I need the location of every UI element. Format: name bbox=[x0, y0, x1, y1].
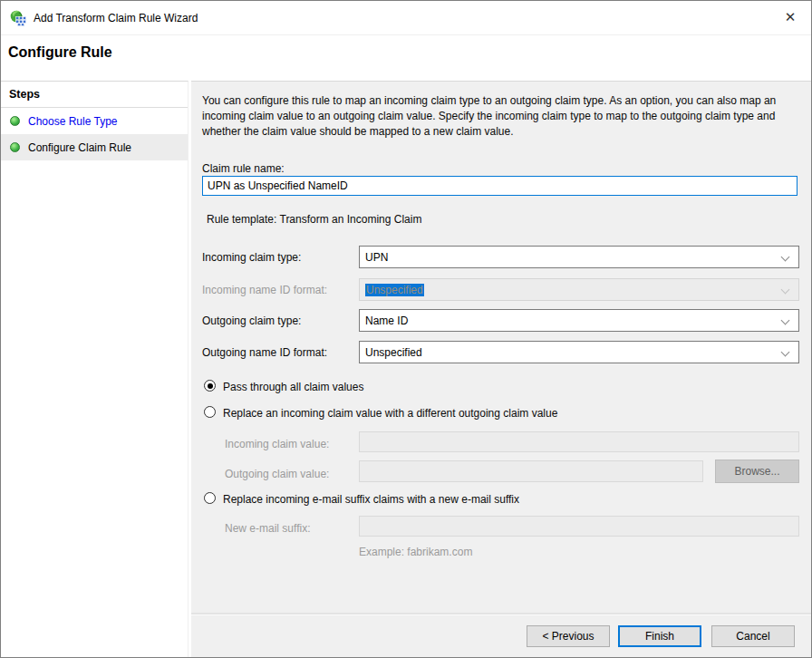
incoming-claim-type-label: Incoming claim type: bbox=[202, 251, 301, 264]
incoming-claim-value-input bbox=[359, 431, 799, 452]
outgoing-claim-value-label: Outgoing claim value: bbox=[225, 468, 329, 480]
chevron-down-icon bbox=[781, 285, 790, 295]
step-label: Configure Claim Rule bbox=[28, 141, 131, 154]
finish-button[interactable]: Finish bbox=[618, 625, 701, 647]
chevron-down-icon bbox=[781, 253, 790, 262]
replace-email-suffix-label: Replace incoming e-mail suffix claims wi… bbox=[223, 493, 519, 506]
new-email-suffix-input bbox=[359, 516, 799, 537]
wizard-window: Add Transform Claim Rule Wizard ✕ Config… bbox=[0, 0, 812, 658]
replace-email-suffix-radio[interactable] bbox=[204, 492, 216, 504]
steps-sidebar: Steps Choose Rule Type Configure Claim R… bbox=[1, 81, 188, 657]
incoming-name-id-format-label: Incoming name ID format: bbox=[202, 284, 327, 296]
main-panel: You can configure this rule to map an in… bbox=[191, 81, 811, 614]
pass-through-label: Pass through all claim values bbox=[223, 381, 363, 393]
new-email-suffix-label: New e-mail suffix: bbox=[225, 522, 310, 535]
step-configure-claim-rule[interactable]: Configure Claim Rule bbox=[1, 134, 188, 160]
close-button[interactable]: ✕ bbox=[769, 1, 811, 34]
step-completed-icon bbox=[10, 142, 20, 152]
rule-description: You can configure this rule to map an in… bbox=[202, 93, 798, 140]
outgoing-claim-value-input bbox=[359, 460, 703, 482]
title-bar: Add Transform Claim Rule Wizard ✕ bbox=[1, 1, 811, 35]
adfs-app-icon bbox=[10, 10, 26, 26]
chevron-down-icon bbox=[781, 316, 790, 325]
incoming-name-id-format-value: Unspecified bbox=[365, 284, 424, 296]
incoming-claim-type-value: UPN bbox=[365, 251, 388, 264]
chevron-down-icon bbox=[781, 348, 790, 357]
window-title: Add Transform Claim Rule Wizard bbox=[34, 12, 198, 24]
page-title: Configure Rule bbox=[8, 44, 112, 61]
replace-claim-value-label: Replace an incoming claim value with a d… bbox=[223, 407, 557, 420]
step-completed-icon bbox=[10, 116, 20, 126]
outgoing-claim-type-label: Outgoing claim type: bbox=[202, 314, 301, 327]
browse-button: Browse... bbox=[715, 460, 799, 483]
previous-button[interactable]: < Previous bbox=[527, 625, 610, 647]
footer-bar: < Previous Finish Cancel bbox=[191, 614, 811, 657]
incoming-claim-value-label: Incoming claim value: bbox=[225, 438, 329, 450]
step-label: Choose Rule Type bbox=[28, 115, 118, 128]
rule-template-text: Rule template: Transform an Incoming Cla… bbox=[207, 213, 421, 226]
incoming-name-id-format-select: Unspecified bbox=[359, 278, 799, 301]
replace-claim-value-radio[interactable] bbox=[204, 406, 216, 418]
pass-through-radio[interactable] bbox=[204, 380, 216, 392]
outgoing-name-id-format-select[interactable]: Unspecified bbox=[359, 341, 799, 363]
close-icon: ✕ bbox=[785, 9, 797, 25]
outgoing-claim-type-select[interactable]: Name ID bbox=[359, 309, 799, 332]
step-choose-rule-type[interactable]: Choose Rule Type bbox=[1, 108, 188, 134]
email-suffix-example: Example: fabrikam.com bbox=[359, 546, 472, 558]
claim-rule-name-input[interactable] bbox=[202, 176, 798, 196]
steps-header: Steps bbox=[1, 82, 188, 108]
claim-rule-name-label: Claim rule name: bbox=[202, 162, 285, 175]
outgoing-claim-type-value: Name ID bbox=[365, 314, 408, 327]
outgoing-name-id-format-value: Unspecified bbox=[365, 346, 422, 359]
incoming-claim-type-select[interactable]: UPN bbox=[359, 246, 799, 268]
cancel-button[interactable]: Cancel bbox=[711, 625, 795, 647]
outgoing-name-id-format-label: Outgoing name ID format: bbox=[202, 346, 327, 359]
